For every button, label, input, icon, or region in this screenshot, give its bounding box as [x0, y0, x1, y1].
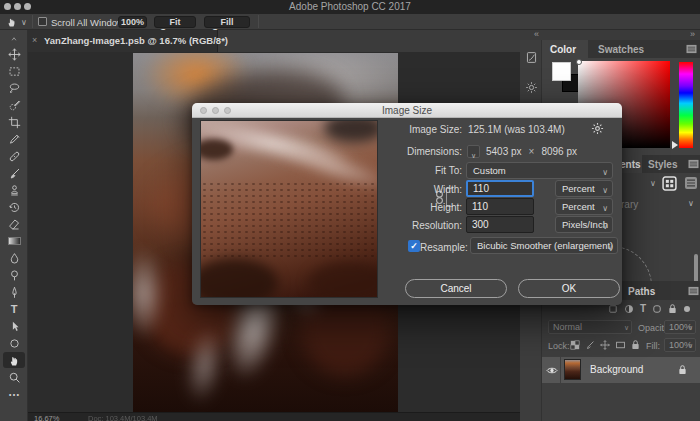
paths-panel-menu-icon[interactable] — [688, 286, 699, 296]
layer-lock-icon[interactable] — [678, 364, 687, 375]
path-selection-tool-icon[interactable] — [3, 318, 25, 334]
color-picker-cursor[interactable] — [576, 59, 582, 65]
image-size-preview[interactable] — [200, 120, 378, 298]
layer-row-background[interactable]: Background — [542, 357, 700, 383]
marquee-tool-icon[interactable] — [3, 63, 25, 79]
eyedropper-tool-icon[interactable] — [3, 131, 25, 147]
hand-tool-options-icon — [6, 16, 18, 28]
shape-tool-icon[interactable] — [3, 335, 25, 351]
dimensions-width: 5403 px — [486, 146, 522, 157]
filter-smart-object-icon[interactable] — [668, 303, 677, 314]
options-divider — [32, 15, 33, 28]
zoom-100-button[interactable]: 100% — [118, 16, 147, 28]
healing-brush-tool-icon[interactable] — [3, 148, 25, 164]
library-scrollbar[interactable] — [694, 254, 698, 284]
lock-label: Lock: — [548, 341, 570, 351]
tab-styles[interactable]: Styles — [648, 159, 677, 170]
fit-to-dropdown[interactable]: Custom∨ — [466, 162, 613, 179]
height-unit-dropdown[interactable]: Percent∨ — [555, 198, 613, 215]
filter-adjustment-icon[interactable] — [624, 304, 634, 314]
check-icon: ✓ — [410, 241, 418, 251]
panel-dock-header: « » — [520, 30, 700, 40]
fill-screen-button[interactable]: Fill Screen — [204, 16, 250, 28]
scroll-all-windows-label: Scroll All Windows — [51, 17, 129, 28]
brush-settings-panel-icon[interactable] — [523, 48, 539, 66]
filter-shape-icon[interactable] — [652, 304, 662, 314]
filter-pixel-icon[interactable] — [608, 304, 618, 314]
tools-panel: T … — [0, 30, 28, 421]
height-input[interactable]: 110 — [466, 198, 534, 215]
type-tool-icon[interactable]: T — [3, 301, 25, 317]
opacity-value[interactable]: 100%∨ — [664, 320, 696, 334]
move-tool-icon[interactable] — [3, 46, 25, 62]
document-tab-title: YanZhang-Image1.psb @ 16.7% (RGB/8*) — [44, 35, 228, 46]
gradient-tool-icon[interactable] — [3, 233, 25, 249]
styles-panel-menu-icon[interactable] — [688, 159, 699, 169]
close-tab-icon[interactable]: × — [32, 35, 37, 45]
collapse-dock-right-icon[interactable]: » — [690, 29, 695, 39]
tab-paths[interactable]: Paths — [628, 286, 655, 297]
collapse-dock-left-icon[interactable]: « — [534, 29, 539, 39]
status-doc-size: Doc: 103.4M/103.4M — [88, 414, 158, 421]
lock-transparency-icon[interactable] — [570, 340, 580, 350]
lock-position-icon[interactable] — [600, 340, 610, 350]
resolution-input[interactable]: 300 — [466, 216, 534, 233]
brush-tool-icon[interactable] — [3, 165, 25, 181]
pen-tool-icon[interactable] — [3, 284, 25, 300]
library-name-chevron-icon[interactable]: ∨ — [688, 199, 694, 208]
filter-toggle-icon[interactable] — [683, 305, 691, 313]
lock-artboard-icon[interactable] — [615, 340, 626, 350]
zoom-tool-icon[interactable] — [3, 369, 25, 385]
blend-mode-dropdown[interactable]: Normal∨ — [548, 320, 632, 334]
hue-slider[interactable] — [679, 62, 693, 148]
dimensions-chevron-button[interactable]: ∨ — [467, 145, 480, 158]
scroll-all-windows-checkbox[interactable] — [38, 17, 47, 26]
resample-checkbox[interactable]: ✓ — [408, 240, 420, 252]
status-zoom-level[interactable]: 16.67% — [34, 414, 59, 421]
width-unit-dropdown[interactable]: Percent∨ — [555, 180, 613, 197]
history-brush-tool-icon[interactable] — [3, 199, 25, 215]
lock-pixels-icon[interactable] — [585, 340, 595, 350]
lock-all-icon[interactable] — [631, 339, 640, 350]
collapse-toolbar-icon[interactable] — [3, 31, 25, 47]
fill-value[interactable]: 100%∨ — [664, 338, 696, 352]
list-view-icon[interactable] — [684, 176, 698, 190]
tab-swatches[interactable]: Swatches — [598, 44, 644, 55]
clone-stamp-tool-icon[interactable] — [3, 182, 25, 198]
dialog-titlebar[interactable]: Image Size — [192, 103, 622, 118]
crop-tool-icon[interactable] — [3, 114, 25, 130]
resolution-unit-dropdown[interactable]: Pixels/Inch∨ — [555, 216, 613, 233]
foreground-color-swatch-large[interactable] — [552, 62, 571, 81]
layer-name[interactable]: Background — [590, 364, 643, 375]
image-size-label: Image Size: — [362, 124, 462, 135]
lasso-tool-icon[interactable] — [3, 80, 25, 96]
ok-button[interactable]: OK — [518, 279, 620, 298]
width-label: Width: — [362, 184, 462, 195]
dialog-options-gear-icon[interactable] — [591, 122, 604, 135]
layer-thumbnail[interactable] — [564, 359, 581, 380]
filter-type-icon[interactable]: T — [640, 303, 646, 314]
resample-method-dropdown[interactable]: Bicubic Smoother (enlargement)∨ — [470, 237, 618, 254]
edit-toolbar-icon[interactable]: … — [3, 384, 25, 400]
layer-visibility-eye-icon[interactable] — [546, 365, 558, 376]
dodge-tool-icon[interactable] — [3, 267, 25, 283]
fit-screen-button[interactable]: Fit Screen — [154, 16, 196, 28]
hand-tool-icon[interactable] — [3, 352, 25, 368]
library-name-fragment[interactable]: rary — [621, 199, 638, 210]
document-tab[interactable]: × YanZhang-Image1.psb @ 16.7% (RGB/8*) — [28, 30, 218, 52]
cancel-button[interactable]: Cancel — [405, 279, 507, 298]
grid-view-icon[interactable] — [662, 176, 677, 191]
color-panel-menu-icon[interactable] — [686, 44, 697, 54]
eraser-tool-icon[interactable] — [3, 216, 25, 232]
tab-color[interactable]: Color — [542, 40, 588, 58]
blur-tool-icon[interactable] — [3, 250, 25, 266]
dialog-title: Image Size — [192, 105, 622, 116]
height-label: Height: — [362, 202, 462, 213]
hue-slider-marker[interactable] — [672, 141, 678, 149]
dimensions-value: 5403 px × 8096 px — [486, 146, 577, 157]
sun-panel-icon[interactable] — [523, 78, 539, 96]
library-dropdown-chevron-icon[interactable]: ∨ — [650, 179, 656, 188]
width-input[interactable]: 110 — [466, 180, 534, 197]
quick-selection-tool-icon[interactable] — [3, 97, 25, 113]
tool-preset-chevron-icon[interactable]: ∨ — [21, 18, 27, 27]
